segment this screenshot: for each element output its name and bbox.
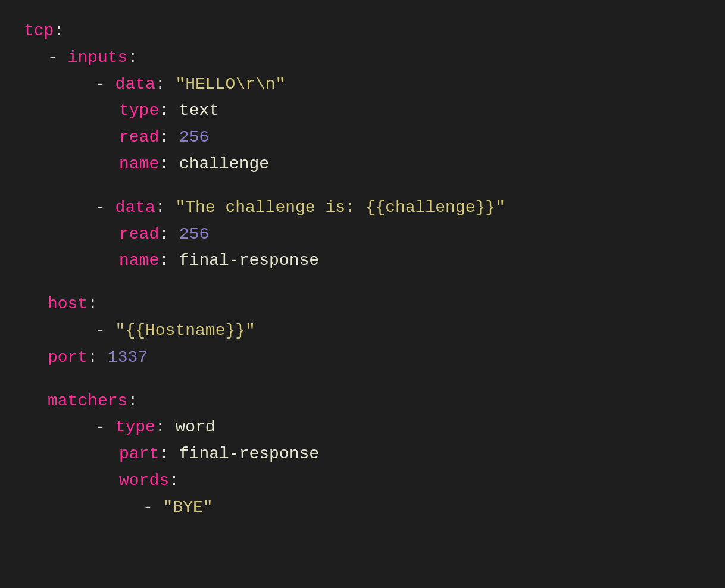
line-part: part: final-response bbox=[24, 441, 701, 468]
line-data-2: - data: "The challenge is: {{challenge}}… bbox=[24, 195, 701, 221]
key-data-2: data bbox=[115, 195, 155, 221]
line-host: host: bbox=[24, 291, 701, 318]
line-read-1: read: 256 bbox=[24, 124, 701, 151]
key-words: words bbox=[119, 468, 169, 495]
line-matchers: matchers: bbox=[24, 388, 701, 415]
key-type-2: type bbox=[115, 414, 155, 441]
spacer-1 bbox=[24, 178, 701, 195]
line-hostname: - "{{Hostname}}" bbox=[24, 318, 701, 345]
line-name-1: name: challenge bbox=[24, 151, 701, 178]
value-hostname: "{{Hostname}}" bbox=[115, 318, 255, 345]
value-challenge: challenge bbox=[179, 151, 269, 178]
key-name-2: name bbox=[119, 248, 159, 274]
value-word: word bbox=[175, 414, 215, 441]
code-viewer: tcp: - inputs: - data: "HELLO\r\n" type:… bbox=[24, 18, 701, 521]
key-read-1: read bbox=[119, 124, 159, 151]
key-inputs: inputs bbox=[68, 45, 128, 71]
key-port: port bbox=[48, 345, 88, 371]
line-type-2: - type: word bbox=[24, 414, 701, 441]
value-final-response-2: final-response bbox=[179, 441, 319, 468]
line-data-1: - data: "HELLO\r\n" bbox=[24, 71, 701, 98]
spacer-2 bbox=[24, 274, 701, 291]
key-part: part bbox=[119, 441, 159, 468]
key-matchers: matchers bbox=[48, 388, 127, 415]
line-read-2: read: 256 bbox=[24, 221, 701, 248]
value-challenge-string: "The challenge is: {{challenge}}" bbox=[175, 195, 505, 221]
line-tcp: tcp: bbox=[24, 18, 701, 45]
key-tcp: tcp bbox=[24, 18, 54, 45]
value-port: 1337 bbox=[108, 345, 148, 371]
key-type-1: type bbox=[119, 98, 159, 124]
line-name-2: name: final-response bbox=[24, 248, 701, 274]
line-type-1: type: text bbox=[24, 98, 701, 124]
line-inputs: - inputs: bbox=[24, 45, 701, 71]
line-port: port: 1337 bbox=[24, 345, 701, 371]
value-text: text bbox=[179, 98, 219, 124]
key-host: host bbox=[48, 291, 88, 318]
key-data-1: data bbox=[115, 71, 155, 98]
key-name-1: name bbox=[119, 151, 159, 178]
key-read-2: read bbox=[119, 221, 159, 248]
value-final-response-1: final-response bbox=[179, 248, 319, 274]
value-bye: "BYE" bbox=[163, 495, 213, 521]
line-bye: - "BYE" bbox=[24, 495, 701, 521]
line-words: words: bbox=[24, 468, 701, 495]
value-256-1: 256 bbox=[179, 124, 209, 151]
value-256-2: 256 bbox=[179, 221, 209, 248]
spacer-3 bbox=[24, 371, 701, 388]
value-hello: "HELLO\r\n" bbox=[175, 71, 285, 98]
